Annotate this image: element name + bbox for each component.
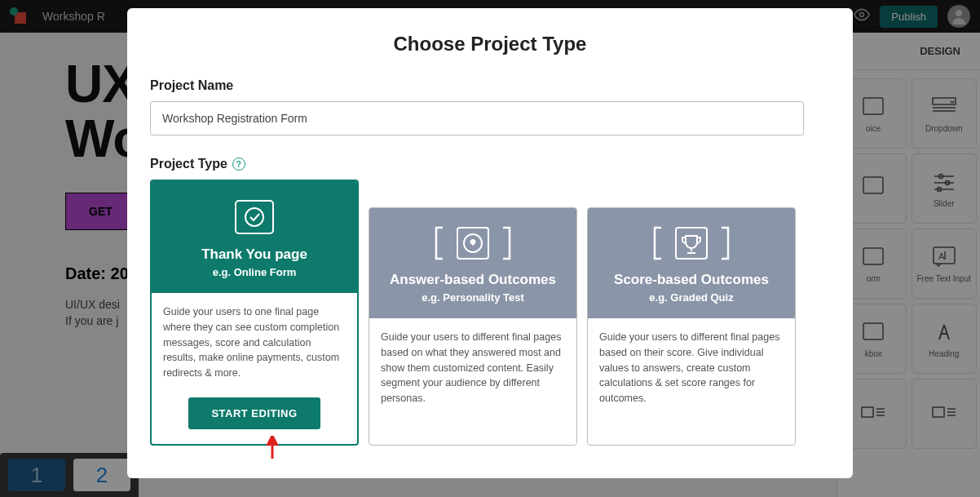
svg-rect-30 [676, 228, 707, 259]
help-icon[interactable]: ? [232, 158, 245, 171]
type-card-answer-outcomes[interactable]: Answer-based Outcomes e.g. Personality T… [369, 207, 577, 446]
project-type-label: Project Type ? [150, 157, 804, 171]
card-subtitle: e.g. Personality Test [379, 291, 567, 304]
annotation-arrow [264, 436, 280, 474]
checkmark-icon [226, 196, 283, 238]
project-name-input[interactable] [150, 101, 804, 135]
card-title: Answer-based Outcomes [379, 272, 567, 288]
start-editing-button[interactable]: START EDITING [188, 397, 320, 429]
card-subtitle: e.g. Graded Quiz [598, 291, 785, 304]
project-type-modal: Choose Project Type Project Name Project… [127, 8, 853, 478]
card-description: Guide your users to different final page… [588, 318, 795, 445]
card-description: Guide your users to different final page… [369, 318, 576, 445]
card-title: Score-based Outcomes [598, 272, 785, 288]
type-card-score-outcomes[interactable]: Score-based Outcomes e.g. Graded Quiz Gu… [587, 207, 796, 446]
project-name-label: Project Name [150, 78, 804, 93]
svg-rect-26 [236, 201, 273, 233]
card-description: Guide your users to one final page where… [152, 293, 357, 393]
type-card-thank-you[interactable]: Thank You page e.g. Online Form Guide yo… [150, 180, 359, 446]
persona-icon [431, 223, 514, 264]
modal-title: Choose Project Type [127, 33, 853, 55]
modal-overlay: Choose Project Type Project Name Project… [0, 0, 980, 497]
trophy-icon [650, 223, 733, 264]
svg-point-27 [245, 208, 263, 226]
card-subtitle: e.g. Online Form [161, 266, 347, 278]
card-title: Thank You page [161, 246, 347, 263]
